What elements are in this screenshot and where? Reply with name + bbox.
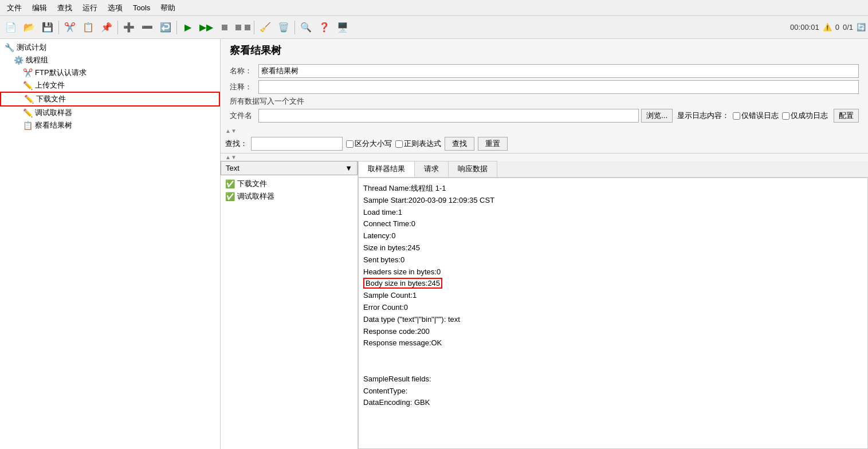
browse-button[interactable]: 浏览... — [641, 109, 673, 123]
divider-1[interactable]: ▲▼ — [221, 127, 868, 135]
sep2 — [117, 21, 118, 34]
undo-button[interactable]: ↩️ — [157, 19, 174, 36]
config-button[interactable]: 配置 — [834, 109, 859, 123]
cut-button[interactable]: ✂️ — [61, 19, 78, 36]
result-line-0: Thread Name:线程组 1-1 — [363, 183, 863, 195]
tree-item-label: FTP默认认请求 — [35, 68, 87, 78]
search-input[interactable] — [251, 137, 343, 151]
tree-item-thread-group[interactable]: ⚙️ 线程组 — [0, 54, 220, 66]
tree-item-upload[interactable]: ✏️ 上传文件 — [0, 79, 220, 92]
result-line-18: DataEncoding: GBK — [363, 397, 863, 409]
result-line-16: SampleResult fields: — [363, 373, 863, 385]
display-log-area: 显示日志内容： 仅错误日志 仅成功日志 配置 — [677, 109, 859, 123]
tree-item-test-plan[interactable]: 🔧 测试计划 — [0, 41, 220, 54]
success-only-checkbox-label[interactable]: 仅成功日志 — [782, 111, 828, 121]
menu-run[interactable]: 运行 — [78, 2, 102, 14]
thread-group-icon: ⚙️ — [14, 56, 23, 65]
warning-count: 0 — [835, 23, 839, 31]
sampler-dropdown-value: Text — [226, 164, 239, 172]
result-tabs: 取样器结果 请求 响应数据 — [358, 161, 868, 178]
error-only-checkbox-label[interactable]: 仅错误日志 — [733, 111, 779, 121]
comment-row: 注释： — [230, 80, 859, 94]
result-line-10: Error Count:0 — [363, 302, 863, 314]
tree-item-label: 线程组 — [26, 55, 48, 65]
success-icon-0: ✅ — [225, 179, 235, 188]
regex-checkbox[interactable] — [395, 140, 403, 148]
search-row: 查找： 区分大小写 正则表达式 查找 重置 — [221, 135, 868, 153]
sampler-dropdown[interactable]: Text ▼ — [221, 161, 358, 175]
tree-item-result-tree[interactable]: 📋 察看结果树 — [0, 119, 220, 132]
regex-text: 正则表达式 — [404, 139, 441, 149]
menu-help[interactable]: 帮助 — [156, 2, 180, 14]
result-line-6: Sent bytes:0 — [363, 254, 863, 266]
menu-options[interactable]: 选项 — [103, 2, 127, 14]
search-label: 查找： — [225, 139, 248, 149]
sampler-list-items: ✅ 下载文件 ✅ 调试取样器 — [221, 175, 358, 205]
menu-find[interactable]: 查找 — [53, 2, 77, 14]
open-button[interactable]: 📂 — [21, 19, 38, 36]
case-sensitive-label[interactable]: 区分大小写 — [346, 139, 392, 149]
stop-all-button[interactable]: ⏹⏹ — [234, 19, 252, 36]
run-all-button[interactable]: ▶▶ — [198, 19, 215, 36]
result-line-12: Response code:200 — [363, 326, 863, 338]
name-input[interactable] — [258, 64, 859, 78]
remote-button[interactable]: 🖥️ — [334, 19, 351, 36]
tab-sampler-result[interactable]: 取样器结果 — [358, 161, 415, 177]
case-sensitive-checkbox[interactable] — [346, 140, 354, 148]
reset-button[interactable]: 重置 — [478, 137, 508, 151]
highlighted-text: Body size in bytes:245 — [363, 278, 442, 289]
help-button[interactable]: ❓ — [316, 19, 333, 36]
filename-input[interactable] — [258, 109, 639, 123]
result-content: Thread Name:线程组 1-1 Sample Start:2020-03… — [358, 178, 868, 449]
result-line-4: Latency:0 — [363, 230, 863, 242]
paste-button[interactable]: 📌 — [98, 19, 115, 36]
right-panel: 察看结果树 名称： 注释： 所有数据写入一个文件 文件名 浏览... 显示日志内… — [221, 39, 868, 449]
copy-button[interactable]: 📋 — [80, 19, 97, 36]
success-icon-1: ✅ — [225, 192, 235, 201]
divider-2[interactable]: ▲▼ — [221, 153, 868, 161]
test-plan-icon: 🔧 — [5, 43, 14, 52]
error-only-checkbox[interactable] — [733, 112, 740, 120]
find-button[interactable]: 🔍 — [297, 19, 315, 36]
warning-icon: ⚠️ — [823, 23, 832, 31]
regex-label[interactable]: 正则表达式 — [395, 139, 441, 149]
new-button[interactable]: 📄 — [2, 19, 19, 36]
toolbar: 📄 📂 💾 ✂️ 📋 📌 ➕ ➖ ↩️ ▶ ▶▶ ⏹ ⏹⏹ 🧹 🗑️ 🔍 ❓ 🖥… — [0, 16, 868, 39]
menu-file[interactable]: 文件 — [2, 2, 26, 14]
menu-edit[interactable]: 编辑 — [28, 2, 52, 14]
sampler-item-0[interactable]: ✅ 下载文件 — [223, 178, 355, 190]
result-line-1: Sample Start:2020-03-09 12:09:35 CST — [363, 195, 863, 207]
tab-request[interactable]: 请求 — [414, 161, 449, 177]
clear-button[interactable]: 🧹 — [257, 19, 274, 36]
result-line-7: Headers size in bytes:0 — [363, 266, 863, 278]
clear-all-button[interactable]: 🗑️ — [275, 19, 292, 36]
result-line-9: Sample Count:1 — [363, 290, 863, 302]
comment-label: 注释： — [230, 82, 258, 92]
add-button[interactable]: ➕ — [120, 19, 138, 36]
result-line-17: ContentType: — [363, 385, 863, 397]
bottom-section: Text ▼ ✅ 下载文件 ✅ 调试取样器 取样器结果 — [221, 161, 868, 449]
tree-item-debug[interactable]: ✏️ 调试取样器 — [0, 107, 220, 119]
error-count: 0/1 — [843, 23, 853, 31]
sampler-item-label-1: 调试取样器 — [237, 191, 274, 202]
remove-button[interactable]: ➖ — [139, 19, 156, 36]
success-only-checkbox[interactable] — [782, 112, 790, 120]
stop-button[interactable]: ⏹ — [216, 19, 233, 36]
save-button[interactable]: 💾 — [39, 19, 56, 36]
comment-input[interactable] — [258, 80, 859, 94]
sampler-item-1[interactable]: ✅ 调试取样器 — [223, 190, 355, 203]
menu-tools[interactable]: Tools — [128, 2, 155, 13]
result-line-8: Body size in bytes:245 — [363, 278, 863, 290]
tree-item-download[interactable]: ✏️ 下载文件 — [0, 92, 220, 107]
display-log-label: 显示日志内容： — [677, 111, 729, 121]
tree-item-label: 察看结果树 — [35, 120, 72, 131]
sep1 — [58, 21, 59, 34]
tree-item-ftp[interactable]: ✂️ FTP默认认请求 — [0, 66, 220, 79]
success-only-label: 仅成功日志 — [791, 111, 828, 121]
search-button[interactable]: 查找 — [445, 137, 474, 151]
tab-response-data[interactable]: 响应数据 — [448, 161, 497, 177]
run-button[interactable]: ▶ — [179, 19, 197, 36]
tree-item-label: 下载文件 — [36, 94, 66, 104]
result-line-14 — [363, 349, 863, 361]
sep3 — [176, 21, 177, 34]
